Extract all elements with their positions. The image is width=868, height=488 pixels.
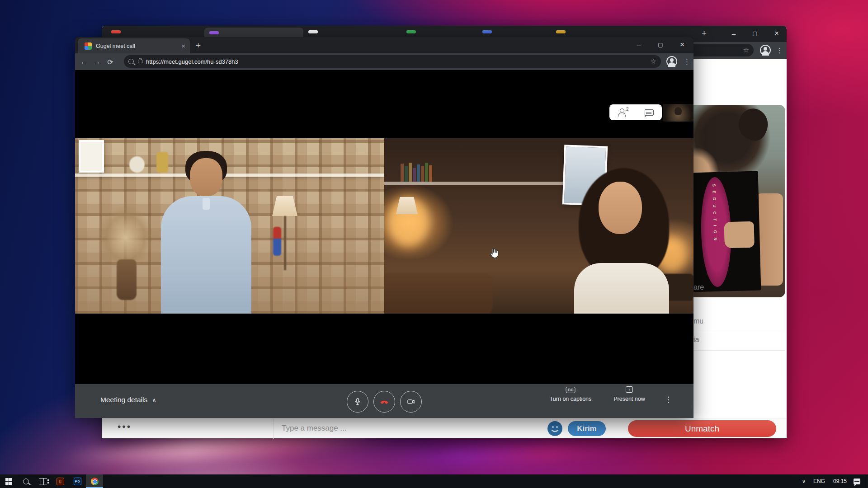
taskbar-app-orange[interactable]: ▯ bbox=[52, 474, 69, 488]
tab-favicon[interactable] bbox=[111, 30, 121, 33]
lock-icon bbox=[138, 60, 142, 63]
tab-favicon[interactable] bbox=[556, 30, 566, 33]
close-button[interactable]: × bbox=[770, 28, 783, 39]
tab-favicon[interactable] bbox=[308, 30, 318, 33]
present-arrow: ↑ bbox=[628, 387, 631, 392]
task-view-button[interactable] bbox=[34, 474, 52, 488]
clock[interactable]: 09:15 bbox=[829, 478, 851, 484]
chevron-up-icon: ∧ bbox=[152, 397, 156, 404]
emoji-icon[interactable] bbox=[547, 421, 562, 436]
hang-up-button[interactable] bbox=[373, 391, 395, 413]
minimize-button[interactable]: – bbox=[727, 28, 741, 39]
participants-count: 2 bbox=[626, 107, 629, 112]
captions-label[interactable]: Turn on captions bbox=[550, 396, 592, 402]
woman-top bbox=[574, 263, 669, 314]
bookshelf bbox=[384, 182, 574, 185]
table-lamp bbox=[272, 196, 297, 216]
new-tab-button[interactable]: + bbox=[702, 28, 707, 38]
meeting-details-label: Meeting details bbox=[100, 396, 147, 404]
taskbar: ▯ Po ∨ ENG 09:15 bbox=[0, 474, 868, 488]
participants-icon[interactable]: 2 bbox=[618, 108, 628, 117]
typing-indicator: ••• bbox=[118, 421, 132, 432]
list-item[interactable]: are bbox=[693, 283, 704, 291]
mute-microphone-button[interactable] bbox=[347, 391, 368, 413]
forward-icon[interactable]: → bbox=[91, 56, 102, 67]
shelf bbox=[75, 174, 384, 177]
maximize-button[interactable]: ▢ bbox=[748, 28, 762, 39]
po-app-icon: Po bbox=[74, 478, 81, 485]
man-shirt bbox=[161, 196, 251, 314]
chat-bar-divider bbox=[273, 418, 274, 439]
windows-logo-icon bbox=[5, 478, 12, 485]
action-center-icon[interactable] bbox=[854, 479, 860, 484]
woman-face bbox=[599, 182, 642, 234]
unmatch-button[interactable]: Unmatch bbox=[628, 420, 776, 437]
self-view-silhouette bbox=[675, 107, 682, 115]
profile-icon[interactable] bbox=[760, 45, 771, 56]
orange-app-icon: ▯ bbox=[57, 478, 64, 485]
more-options-icon[interactable]: ⋮ bbox=[665, 395, 672, 404]
browser-menu-icon[interactable]: ⋮ bbox=[684, 58, 690, 66]
start-button[interactable] bbox=[0, 474, 17, 488]
meet-video-area: 2 bbox=[75, 70, 693, 384]
man-face bbox=[190, 158, 222, 196]
meet-control-bar: Meeting details ∧ CC Turn on captions ↑ … bbox=[75, 384, 693, 418]
taskbar-search-button[interactable] bbox=[17, 474, 34, 488]
self-view-thumbnail[interactable] bbox=[663, 104, 693, 122]
refresh-icon[interactable]: ⟳ bbox=[105, 56, 116, 67]
lamp-pole bbox=[284, 216, 286, 270]
send-button[interactable]: Kirim bbox=[568, 421, 606, 436]
present-icon[interactable]: ↑ bbox=[626, 386, 633, 393]
meet-side-panel-toggle: 2 bbox=[609, 104, 662, 120]
chrome-icon bbox=[91, 478, 99, 485]
tab-favicon[interactable] bbox=[406, 30, 416, 33]
list-item[interactable]: mu bbox=[693, 317, 703, 325]
language-indicator[interactable]: ENG bbox=[809, 478, 829, 484]
camera-off-button[interactable] bbox=[400, 391, 422, 413]
tray-chevron-icon[interactable]: ∨ bbox=[798, 479, 809, 484]
tab-favicon[interactable] bbox=[209, 31, 219, 34]
tab-title: Gugel meet call bbox=[96, 43, 180, 49]
captions-icon[interactable]: CC bbox=[566, 387, 576, 393]
search-icon bbox=[128, 59, 134, 64]
taskbar-app-po[interactable]: Po bbox=[69, 474, 86, 488]
profile-icon[interactable] bbox=[666, 56, 677, 67]
shelf-decor bbox=[129, 156, 145, 173]
girl-hand bbox=[724, 221, 755, 249]
wall-picture bbox=[79, 140, 104, 173]
address-bar[interactable]: https://meet.gugel.com/hu-sd378h3 ☆ bbox=[124, 55, 661, 68]
list-divider bbox=[693, 350, 785, 351]
tab-close-icon[interactable]: × bbox=[180, 42, 186, 50]
close-button[interactable]: × bbox=[675, 39, 689, 51]
bookmark-star-icon[interactable]: ☆ bbox=[743, 46, 749, 54]
participant-video-woman bbox=[384, 138, 693, 314]
present-label[interactable]: Present now bbox=[613, 396, 645, 402]
back-icon[interactable]: ← bbox=[79, 56, 90, 67]
url-text: https://meet.gugel.com/hu-sd378h3 bbox=[146, 58, 238, 65]
meeting-details-button[interactable]: Meeting details ∧ bbox=[100, 396, 156, 404]
tab-favicon[interactable] bbox=[482, 30, 492, 33]
show-desktop-button[interactable] bbox=[866, 474, 868, 488]
message-input[interactable] bbox=[282, 419, 535, 437]
list-divider bbox=[693, 330, 785, 330]
shirt-collar bbox=[203, 198, 210, 210]
meet-chat-icon[interactable] bbox=[645, 109, 654, 116]
taskbar-chrome-button[interactable] bbox=[86, 474, 103, 488]
sofa bbox=[384, 274, 493, 314]
task-view-icon bbox=[39, 478, 47, 484]
meet-tab[interactable]: Gugel meet call × bbox=[78, 38, 190, 53]
figurine bbox=[273, 227, 281, 256]
meet-favicon bbox=[85, 42, 92, 50]
new-tab-button[interactable]: + bbox=[196, 41, 201, 51]
participant-video-man bbox=[75, 138, 384, 314]
minimize-button[interactable]: – bbox=[632, 39, 646, 51]
browser-menu-icon[interactable]: ⋮ bbox=[776, 47, 783, 55]
search-icon bbox=[23, 479, 29, 484]
taskbar-tray: ∨ ENG 09:15 bbox=[798, 474, 868, 488]
bookmark-star-icon[interactable]: ☆ bbox=[651, 57, 656, 66]
meet-tab-bar: Gugel meet call × + – ▢ × bbox=[75, 37, 693, 53]
meet-browser-window: Gugel meet call × + – ▢ × ← → ⟳ https://… bbox=[75, 37, 693, 418]
hand-cursor bbox=[488, 247, 500, 261]
list-item[interactable]: ia bbox=[693, 336, 699, 344]
maximize-button[interactable]: ▢ bbox=[654, 39, 667, 51]
